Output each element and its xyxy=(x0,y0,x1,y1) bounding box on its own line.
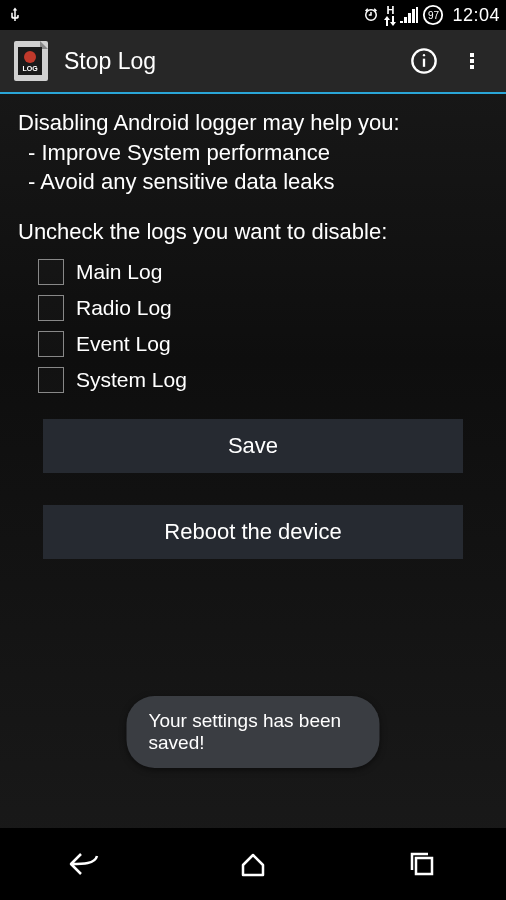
check-label: System Log xyxy=(76,368,187,392)
checkbox-icon[interactable] xyxy=(38,367,64,393)
checkbox-icon[interactable] xyxy=(38,331,64,357)
checkbox-icon[interactable] xyxy=(38,259,64,285)
svg-rect-9 xyxy=(470,59,474,63)
toast-message: Your settings has been saved! xyxy=(127,696,380,768)
overflow-menu-button[interactable] xyxy=(448,37,496,85)
navigation-bar xyxy=(0,828,506,900)
data-icon: H xyxy=(384,5,396,26)
alarm-icon xyxy=(362,6,380,24)
svg-text:LOG: LOG xyxy=(22,65,38,72)
check-item-system-log[interactable]: System Log xyxy=(18,363,488,397)
battery-icon: 97 xyxy=(422,4,444,26)
check-label: Main Log xyxy=(76,260,162,284)
log-checklist: Main Log Radio Log Event Log System Log xyxy=(18,255,488,397)
svg-point-7 xyxy=(423,54,425,56)
check-label: Radio Log xyxy=(76,296,172,320)
intro-heading: Disabling Android logger may help you: xyxy=(18,110,400,135)
content: Disabling Android logger may help you: -… xyxy=(0,94,506,559)
checkbox-icon[interactable] xyxy=(38,295,64,321)
svg-point-3 xyxy=(24,51,36,63)
app-icon: LOG xyxy=(10,40,52,82)
svg-rect-8 xyxy=(470,53,474,57)
svg-rect-11 xyxy=(416,858,432,874)
back-button[interactable] xyxy=(44,840,124,888)
home-button[interactable] xyxy=(213,840,293,888)
save-button[interactable]: Save xyxy=(43,419,463,473)
recent-apps-button[interactable] xyxy=(382,840,462,888)
network-type-label: H xyxy=(386,5,394,16)
info-button[interactable] xyxy=(400,37,448,85)
intro-bullet-1: - Improve System performance xyxy=(18,138,488,168)
svg-rect-10 xyxy=(470,65,474,69)
reboot-button[interactable]: Reboot the device xyxy=(43,505,463,559)
check-label: Event Log xyxy=(76,332,171,356)
check-item-event-log[interactable]: Event Log xyxy=(18,327,488,361)
instruction-text: Uncheck the logs you want to disable: xyxy=(18,219,488,245)
action-bar: LOG Stop Log xyxy=(0,30,506,94)
app-title: Stop Log xyxy=(64,48,400,75)
check-item-radio-log[interactable]: Radio Log xyxy=(18,291,488,325)
signal-icon xyxy=(400,7,418,23)
usb-icon xyxy=(6,6,24,24)
battery-percent-label: 97 xyxy=(428,10,439,21)
intro-text: Disabling Android logger may help you: -… xyxy=(18,108,488,197)
clock: 12:04 xyxy=(452,5,500,26)
status-bar: H 97 12:04 xyxy=(0,0,506,30)
intro-bullet-2: - Avoid any sensitive data leaks xyxy=(18,167,488,197)
check-item-main-log[interactable]: Main Log xyxy=(18,255,488,289)
